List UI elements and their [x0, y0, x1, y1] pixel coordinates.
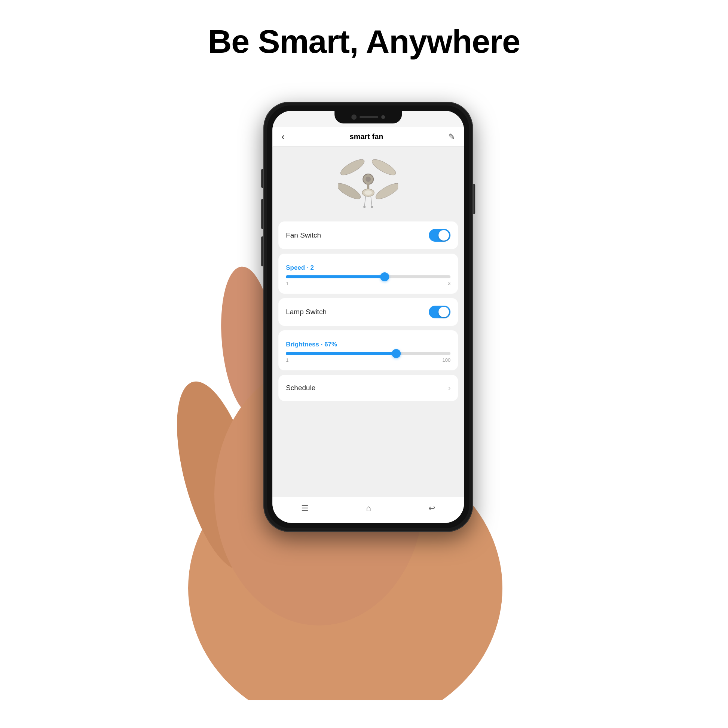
- home-icon[interactable]: ⌂: [366, 503, 371, 513]
- svg-point-5: [374, 181, 398, 202]
- svg-point-1: [366, 177, 371, 182]
- fan-image-area: [272, 147, 464, 222]
- schedule-card[interactable]: Schedule ›: [278, 375, 458, 401]
- svg-point-3: [370, 157, 398, 178]
- speed-value: 2: [310, 264, 314, 271]
- mute-button: [261, 169, 263, 188]
- speed-slider-track[interactable]: [286, 275, 450, 278]
- fan-switch-knob: [439, 230, 449, 240]
- back-button[interactable]: ‹: [281, 131, 285, 142]
- brightness-dot: ·: [321, 341, 324, 348]
- svg-point-14: [161, 373, 276, 579]
- brightness-slider-fill: [286, 352, 396, 355]
- edit-button[interactable]: ✎: [448, 132, 455, 142]
- phone-frame: ‹ smart fan ✎: [263, 102, 473, 532]
- controls-area: Fan Switch Speed · 2: [272, 222, 464, 497]
- lamp-switch-row: Lamp Switch: [286, 306, 450, 318]
- speed-range: 1 3: [286, 281, 450, 286]
- page-title: Be Smart, Anywhere: [208, 23, 520, 61]
- brightness-card: Brightness · 67% 1 10: [278, 330, 458, 370]
- fan-image: [338, 152, 398, 216]
- speed-section: Speed · 2 1 3: [286, 264, 450, 286]
- lamp-switch-knob: [439, 307, 449, 317]
- fan-switch-card: Fan Switch: [278, 222, 458, 249]
- svg-point-10: [363, 206, 366, 208]
- phone-inner: ‹ smart fan ✎: [267, 106, 469, 528]
- sensor-icon: [381, 115, 385, 119]
- power-button: [473, 184, 475, 214]
- lamp-switch-label: Lamp Switch: [286, 308, 327, 316]
- front-camera-icon: [351, 115, 356, 120]
- svg-point-8: [364, 190, 372, 195]
- brightness-section: Brightness · 67% 1 10: [286, 341, 450, 363]
- notch: [335, 111, 402, 124]
- menu-icon[interactable]: ☰: [301, 503, 309, 513]
- lamp-switch-toggle[interactable]: [429, 306, 450, 318]
- speed-card: Speed · 2 1 3: [278, 254, 458, 294]
- svg-line-9: [364, 196, 366, 206]
- app-header: ‹ smart fan ✎: [272, 127, 464, 147]
- svg-point-2: [338, 157, 366, 178]
- speed-slider-fill: [286, 275, 385, 278]
- brightness-slider-track[interactable]: [286, 352, 450, 355]
- phone-screen: ‹ smart fan ✎: [272, 111, 464, 523]
- fan-switch-toggle[interactable]: [429, 229, 450, 242]
- brightness-slider-thumb[interactable]: [392, 349, 401, 358]
- speaker-icon: [359, 116, 378, 118]
- bottom-nav: ☰ ⌂ ↩: [272, 497, 464, 523]
- lamp-switch-card: Lamp Switch: [278, 298, 458, 326]
- brightness-range: 1 100: [286, 357, 450, 363]
- speed-slider-thumb[interactable]: [380, 272, 389, 281]
- svg-line-11: [371, 196, 372, 206]
- svg-point-12: [371, 206, 373, 208]
- speed-max: 3: [448, 281, 450, 286]
- back-nav-icon[interactable]: ↩: [428, 503, 435, 513]
- schedule-label: Schedule: [286, 384, 315, 392]
- volume-down-button: [261, 236, 263, 266]
- fan-switch-row: Fan Switch: [286, 229, 450, 242]
- dot-separator: ·: [307, 264, 310, 271]
- brightness-min: 1: [286, 357, 288, 363]
- schedule-row: Schedule ›: [286, 382, 450, 393]
- brightness-label: Brightness · 67%: [286, 341, 450, 348]
- chevron-right-icon: ›: [448, 384, 450, 392]
- fan-switch-label: Fan Switch: [286, 231, 321, 239]
- speed-label: Speed · 2: [286, 264, 450, 272]
- brightness-max: 100: [442, 357, 450, 363]
- volume-up-button: [261, 199, 263, 229]
- app-title: smart fan: [350, 132, 384, 141]
- speed-min: 1: [286, 281, 288, 286]
- scene-wrapper: ‹ smart fan ✎: [158, 83, 570, 700]
- svg-point-4: [338, 181, 362, 202]
- brightness-value: 67%: [324, 341, 337, 348]
